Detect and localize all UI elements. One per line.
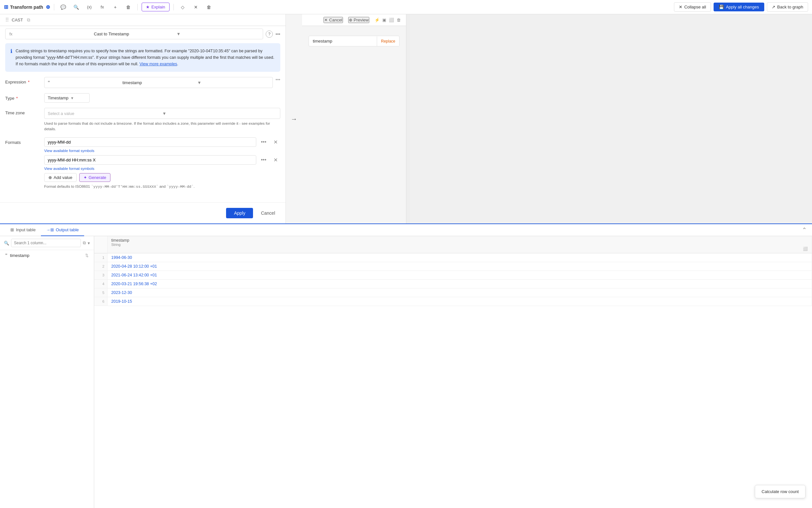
brand-label: Transform path: [10, 5, 43, 10]
separator-1: [54, 4, 54, 10]
expression-button[interactable]: (x): [84, 2, 94, 12]
table-row: 4 2020-03-21 19:56:38 +02: [94, 280, 812, 288]
type-required-star: *: [16, 96, 18, 101]
timezone-select[interactable]: Select a value ▼: [44, 108, 280, 119]
more-options-icon[interactable]: •••: [275, 32, 280, 37]
format1-input[interactable]: [44, 137, 256, 147]
search-input[interactable]: [11, 239, 81, 247]
preview-bar: ✕ Cancel ⊕ Preview ⚡ ▣ ⬜ 🗑: [302, 14, 406, 26]
copy-to-clipboard-icon[interactable]: ⧉: [83, 240, 86, 246]
input-table-tab[interactable]: ⊞ Input table: [5, 224, 41, 236]
sparkle-icon: ✦: [83, 175, 87, 180]
apply-button[interactable]: Apply: [226, 208, 253, 218]
filter-icon[interactable]: ⚡: [375, 17, 380, 23]
info-box: ℹ Casting strings to timestamp requires …: [5, 43, 280, 72]
output-table-tab[interactable]: →⊞ Output table: [41, 224, 84, 236]
add-value-label: Add value: [54, 175, 73, 180]
top-toolbar: ⊞ Transform path ⊕ 💬 🔍 (x) fx + 🗑 ★ Expl…: [0, 0, 812, 14]
cast-to-timestamp-select[interactable]: fx Cast to Timestamp ▼: [5, 29, 263, 39]
info-circle-icon: ℹ: [10, 48, 12, 67]
timezone-control: Select a value ▼ Used to parse formats t…: [44, 108, 280, 132]
cast-header: ⠿ CAST ⧉: [0, 14, 286, 26]
formats-row: Formats ••• ✕ View available format symb…: [5, 137, 280, 189]
collapse-all-button[interactable]: ✕ Collapse all: [674, 2, 711, 12]
sort-icon[interactable]: ⇅: [85, 253, 89, 258]
search-bar: 🔍 ⧉ ▾: [0, 236, 94, 250]
back-to-graph-button[interactable]: ↗ Back to graph: [767, 2, 808, 12]
calculate-row-count-button[interactable]: Calculate row count: [755, 485, 806, 498]
row-number-cell: 2: [94, 262, 107, 271]
expression-more-icon[interactable]: •••: [275, 77, 280, 82]
timezone-select-arrow: ▼: [162, 111, 277, 116]
timezone-row: Time zone Select a value ▼ Used to parse…: [5, 108, 280, 132]
data-table: timestamp String ⬜ 1 1994-06-30 2 2020-0…: [94, 236, 812, 508]
column-type-label: String: [112, 243, 808, 247]
output-field-text: timestamp: [309, 36, 377, 46]
add-value-button[interactable]: ⊕ Add value: [44, 173, 77, 182]
type-select[interactable]: Timestamp ▼: [44, 93, 90, 102]
plus-icon: ⊕: [46, 4, 50, 10]
input-table-icon: ⊞: [10, 227, 14, 232]
format1-symbols-link[interactable]: View available format symbols: [44, 149, 280, 153]
format-default-text: Format defaults to ISO8601 `yyyy-MM-dd'T…: [44, 184, 195, 188]
grid-icon[interactable]: ▣: [382, 17, 386, 23]
add-button[interactable]: +: [110, 2, 121, 12]
zoom-button[interactable]: 🔍: [71, 2, 82, 12]
table-header-row: timestamp String ⬜: [94, 236, 812, 253]
right-scrollbar[interactable]: [406, 14, 410, 223]
timezone-hint: Used to parse formats that do not includ…: [44, 121, 280, 132]
question-mark-icon: ?: [268, 32, 270, 36]
row-number-cell: 3: [94, 271, 107, 280]
format2-symbols-link[interactable]: View available format symbols: [44, 167, 280, 171]
copy-icon[interactable]: ⧉: [27, 17, 30, 23]
format1-remove-button[interactable]: ✕: [271, 138, 280, 146]
delete-preview-icon[interactable]: 🗑: [396, 17, 401, 23]
cancel-button[interactable]: Cancel: [256, 208, 280, 218]
expression-label: Expression *: [5, 77, 44, 84]
column-item[interactable]: " timestamp ⇅: [0, 250, 94, 260]
type-value: Timestamp: [48, 95, 69, 100]
view-more-examples-link[interactable]: View more examples: [139, 62, 177, 66]
timestamp-cell: 1994-06-30: [107, 253, 812, 262]
column-header-actions-icon[interactable]: ⬜: [803, 247, 808, 251]
preview-cancel-button[interactable]: ✕ Cancel: [324, 17, 343, 23]
formats-control: ••• ✕ View available format symbols ••• …: [44, 137, 280, 189]
format1-more-button[interactable]: •••: [258, 138, 269, 146]
format2-input[interactable]: [44, 155, 256, 165]
cast-select-container: fx Cast to Timestamp ▼ ? •••: [5, 29, 280, 39]
format1-row: ••• ✕: [44, 137, 280, 147]
required-star: *: [28, 80, 30, 84]
row-number-cell: 1: [94, 253, 107, 262]
help-button[interactable]: ?: [266, 31, 273, 38]
preview-button[interactable]: ⊕ Preview: [348, 17, 369, 23]
collapse-icon: ✕: [679, 5, 682, 9]
drag-handle[interactable]: ⠿: [5, 17, 9, 23]
expand-icon[interactable]: ⬜: [389, 17, 394, 23]
format2-more-button[interactable]: •••: [258, 156, 269, 164]
expression-row: Expression * " timestamp ▼ •••: [5, 77, 280, 88]
fx-icon: fx: [9, 32, 92, 36]
format2-remove-button[interactable]: ✕: [271, 156, 280, 164]
chevron-down-icon[interactable]: ▾: [88, 241, 90, 246]
collapse-bottom-icon[interactable]: ⌃: [802, 226, 807, 234]
table-area: 🔍 ⧉ ▾ " timestamp ⇅: [0, 236, 812, 508]
cast-select-row: fx Cast to Timestamp ▼ ? •••: [5, 29, 280, 39]
back-icon: ↗: [772, 5, 775, 9]
trash-button[interactable]: 🗑: [204, 2, 214, 12]
timestamp-cell: 2023-12-30: [107, 288, 812, 297]
generate-button[interactable]: ✦ Generate: [79, 173, 111, 182]
chat-button[interactable]: 💬: [58, 2, 69, 12]
replace-button[interactable]: Replace: [377, 36, 399, 46]
expression-select[interactable]: " timestamp ▼: [44, 77, 273, 88]
formats-label: Formats: [5, 137, 44, 145]
explain-button[interactable]: ★ Explain: [142, 3, 170, 11]
collapse-label: Collapse all: [684, 5, 706, 9]
toolbar-right: ✕ Collapse all 💾 Apply all changes ↗ Bac…: [674, 2, 808, 12]
diamond-button[interactable]: ◇: [178, 2, 188, 12]
table-row: 2 2020-04-28 10:12:00 +01: [94, 262, 812, 271]
timestamp-cell: 2020-04-28 10:12:00 +01: [107, 262, 812, 271]
delete-button[interactable]: 🗑: [123, 2, 133, 12]
x-button[interactable]: ✕: [191, 2, 201, 12]
apply-all-button[interactable]: 💾 Apply all changes: [714, 3, 764, 11]
function-button[interactable]: fx: [97, 2, 108, 12]
